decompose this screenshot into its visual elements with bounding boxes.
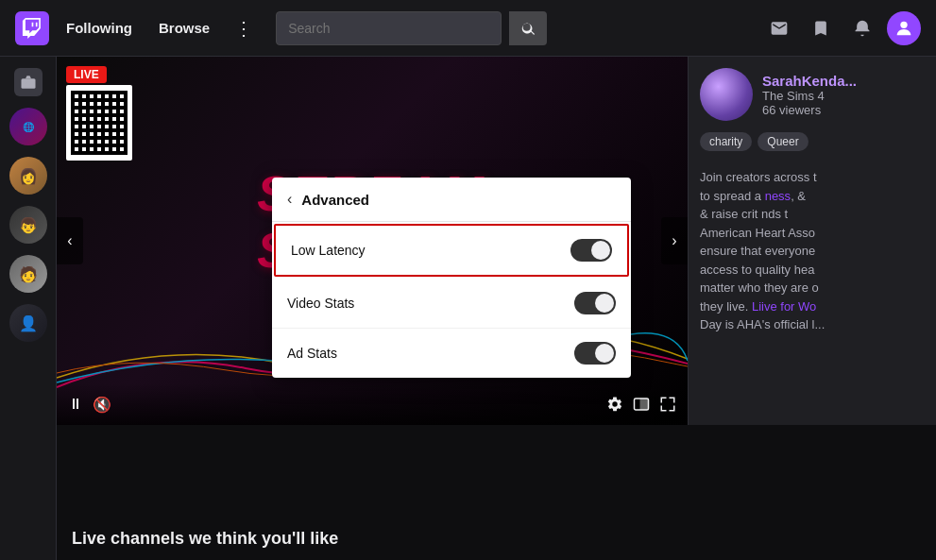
following-nav-link[interactable]: Following	[57, 14, 142, 42]
search-bar-container	[276, 11, 501, 45]
main-content: STREAMSTART 01:13 LIVE	[57, 57, 936, 560]
streamer-info: SarahKenda... The Sims 4 66 viewers	[762, 73, 857, 117]
streamer-avatar[interactable]	[700, 68, 753, 121]
streamer-header: SarahKenda... The Sims 4 66 viewers	[689, 57, 936, 132]
low-latency-label: Low Latency	[291, 243, 366, 258]
tag-charity[interactable]: charity	[700, 132, 752, 151]
low-latency-setting[interactable]: Low Latency	[274, 224, 629, 277]
sidebar-camera-icon[interactable]	[14, 68, 43, 96]
section-title: Live channels we think you'll like	[72, 529, 921, 549]
twitch-logo[interactable]	[15, 11, 49, 45]
video-stats-label: Video Stats	[287, 296, 354, 311]
streamer-viewers: 66 viewers	[762, 103, 857, 117]
play-pause-button[interactable]: ⏸	[68, 396, 83, 413]
main-layout: 🌐 👩 👦 🧑 👤 STREAMSTART 01:13	[0, 57, 936, 560]
bottom-section: Live channels we think you'll like	[57, 510, 936, 560]
sidebar-avatar-4[interactable]: 🧑	[9, 255, 47, 293]
top-navigation: Following Browse ⋮	[0, 0, 936, 57]
sidebar-avatar-5[interactable]: 👤	[9, 304, 47, 342]
svg-point-2	[26, 81, 30, 86]
carousel-next-button[interactable]: ›	[661, 217, 688, 264]
video-stats-toggle[interactable]	[574, 292, 616, 314]
theatre-mode-button[interactable]	[633, 396, 650, 413]
sidebar-avatar-1[interactable]: 🌐	[9, 108, 47, 145]
tag-queer[interactable]: Queer	[757, 132, 808, 151]
ad-stats-label: Ad Stats	[287, 346, 337, 361]
carousel-prev-button[interactable]: ‹	[57, 217, 83, 264]
ad-stats-toggle[interactable]	[574, 342, 616, 365]
more-options-nav[interactable]: ⋮	[227, 11, 261, 45]
fullscreen-button[interactable]	[659, 396, 676, 413]
ad-stats-setting[interactable]: Ad Stats	[272, 329, 631, 378]
popup-header[interactable]: ‹ Advanced	[272, 178, 631, 222]
stream-description: Join creators across t to spread a ness,…	[689, 161, 936, 342]
mute-button[interactable]: 🔇	[93, 396, 111, 414]
video-stats-setting[interactable]: Video Stats	[272, 279, 631, 329]
video-controls-bar: ⏸ 🔇	[57, 383, 688, 425]
notification-icon-button[interactable]	[845, 11, 879, 45]
search-input[interactable]	[288, 21, 488, 36]
stream-info-panel: SarahKenda... The Sims 4 66 viewers char…	[688, 57, 936, 425]
qr-code	[66, 85, 132, 161]
low-latency-toggle[interactable]	[570, 239, 612, 262]
bookmark-icon-button[interactable]	[804, 11, 838, 45]
streamer-name[interactable]: SarahKenda...	[762, 73, 857, 89]
nav-icons-group	[762, 11, 921, 45]
browse-nav-link[interactable]: Browse	[149, 14, 219, 42]
live-badge: LIVE	[66, 66, 107, 83]
svg-point-0	[900, 21, 907, 27]
sidebar-avatar-2[interactable]: 👩	[9, 157, 47, 195]
video-section: STREAMSTART 01:13 LIVE	[57, 57, 936, 510]
sidebar: 🌐 👩 👦 🧑 👤	[0, 57, 57, 560]
search-submit-button[interactable]	[509, 11, 547, 45]
popup-title: Advanced	[301, 192, 369, 208]
popup-back-icon: ‹	[287, 191, 292, 208]
settings-button[interactable]	[606, 396, 623, 413]
svg-rect-4	[640, 399, 649, 410]
video-player[interactable]: STREAMSTART 01:13 LIVE	[57, 57, 688, 425]
stream-tags: charity Queer	[689, 132, 936, 161]
sidebar-avatar-3[interactable]: 👦	[9, 206, 47, 244]
user-avatar-button[interactable]	[887, 11, 921, 45]
settings-popup: ‹ Advanced Low Latency Video Stats	[272, 178, 631, 378]
inbox-icon-button[interactable]	[762, 11, 796, 45]
streamer-game[interactable]: The Sims 4	[762, 89, 857, 103]
